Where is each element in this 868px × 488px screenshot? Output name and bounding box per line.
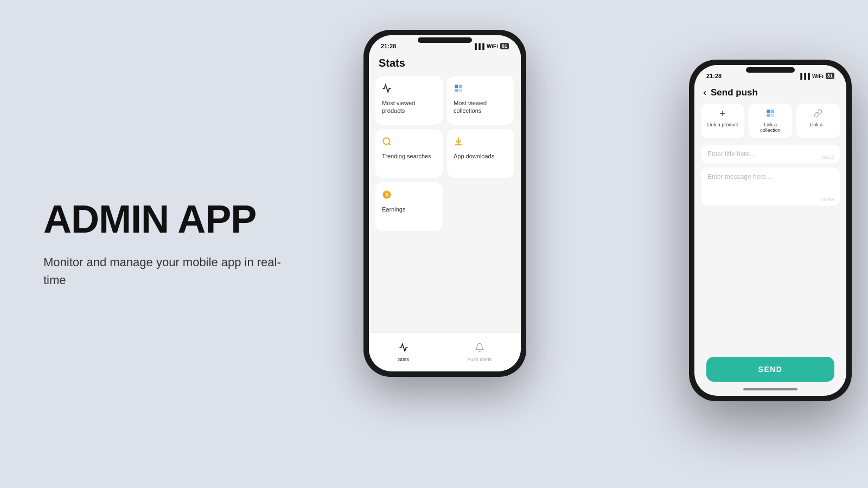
stats-grid: Most viewed products Most viewed collect… xyxy=(369,76,521,231)
svg-rect-2 xyxy=(455,89,458,92)
back-arrow-icon[interactable]: ‹ xyxy=(703,87,706,98)
stat-card-collections[interactable]: Most viewed collections xyxy=(447,76,514,125)
title-input-area[interactable]: Enter title here... 0/255 xyxy=(701,145,840,163)
download-icon xyxy=(454,137,508,149)
stat-label-products: Most viewed products xyxy=(382,99,436,115)
stat-label-downloads: App downloads xyxy=(454,152,508,160)
title-char-count: 0/255 xyxy=(822,155,834,160)
stats-header: Stats xyxy=(369,53,521,76)
stat-card-viewed-products[interactable]: Most viewed products xyxy=(375,76,443,125)
push-signal-icon: ▐▐▐ xyxy=(799,73,810,79)
stats-screen: 21:28 ▐▐▐ WiFi 81 Stats xyxy=(369,35,521,371)
message-char-count: 0/255 xyxy=(822,197,834,202)
svg-rect-0 xyxy=(455,85,458,88)
status-icons: ▐▐▐ WiFi 81 xyxy=(473,43,509,49)
link-collection-label: Link a collection xyxy=(754,122,787,133)
phone-stats: 21:28 ▐▐▐ WiFi 81 Stats xyxy=(363,30,526,377)
link-other-label: Link a... xyxy=(802,122,834,127)
stat-label-collections: Most viewed collections xyxy=(454,99,508,115)
page-title: ADMIN APP xyxy=(43,199,293,240)
title-placeholder: Enter title here... xyxy=(707,150,833,158)
svg-point-4 xyxy=(383,138,390,144)
stat-card-downloads[interactable]: App downloads xyxy=(447,129,514,178)
message-placeholder: Enter message here... xyxy=(707,173,833,181)
link-collection-icon xyxy=(754,109,787,120)
signal-icon: ▐▐▐ xyxy=(473,43,484,49)
stat-card-earnings[interactable]: $ Earnings xyxy=(375,182,443,231)
svg-line-5 xyxy=(388,143,390,145)
svg-rect-12 xyxy=(767,114,770,117)
svg-rect-1 xyxy=(459,85,462,88)
battery-icon: 81 xyxy=(500,43,509,49)
message-input-area[interactable]: Enter message here... 0/255 xyxy=(701,168,840,206)
nav-stats-label: Stats xyxy=(398,357,410,362)
phones-section: 21:28 ▐▐▐ WiFi 81 Stats xyxy=(336,0,868,488)
link-other-card[interactable]: Link a... xyxy=(796,104,840,138)
page-subtitle: Monitor and manage your mobile app in re… xyxy=(43,253,293,289)
svg-rect-11 xyxy=(771,110,774,113)
link-cards-row: Link a product Link a collection xyxy=(701,104,840,138)
chart-icon xyxy=(382,84,436,96)
stat-label-trending: Trending searches xyxy=(382,152,436,160)
notch-bar xyxy=(418,37,472,43)
push-screen-title: Send push xyxy=(711,87,758,98)
svg-rect-3 xyxy=(459,89,462,92)
push-status-icons: ▐▐▐ WiFi 81 xyxy=(799,73,834,79)
push-content: Link a product Link a collection xyxy=(694,104,846,210)
send-button-label: SEND xyxy=(758,365,783,374)
earnings-icon: $ xyxy=(382,190,436,202)
link-other-icon xyxy=(802,109,834,120)
push-nav-icon xyxy=(475,343,484,355)
phone-push: 21:28 ▐▐▐ WiFi 81 ‹ Send push xyxy=(689,60,852,401)
collection-icon xyxy=(454,84,508,96)
wifi-icon: WiFi xyxy=(487,43,498,49)
stat-label-earnings: Earnings xyxy=(382,206,436,213)
send-button[interactable]: SEND xyxy=(706,357,834,382)
link-collection-card[interactable]: Link a collection xyxy=(749,104,792,138)
nav-push[interactable]: Push alerts xyxy=(467,343,492,362)
link-product-label: Link a product xyxy=(706,122,739,127)
stat-card-trending[interactable]: Trending searches xyxy=(375,129,443,178)
push-wifi-icon: WiFi xyxy=(812,73,824,79)
status-time: 21:28 xyxy=(381,43,396,49)
stats-nav-icon xyxy=(399,343,409,355)
push-status-time: 21:28 xyxy=(706,73,722,79)
push-battery-icon: 81 xyxy=(826,73,834,79)
home-indicator xyxy=(743,388,797,390)
nav-stats[interactable]: Stats xyxy=(398,343,410,362)
front-notch xyxy=(746,67,795,73)
svg-rect-13 xyxy=(771,114,774,117)
stats-content: Stats Most viewed products xyxy=(369,53,521,366)
push-screen: 21:28 ▐▐▐ WiFi 81 ‹ Send push xyxy=(694,65,846,396)
svg-text:$: $ xyxy=(385,192,388,197)
bottom-nav: Stats Push alerts xyxy=(369,332,521,371)
search-icon xyxy=(382,137,436,149)
push-header: ‹ Send push xyxy=(694,82,846,104)
left-section: ADMIN APP Monitor and manage your mobile… xyxy=(0,199,336,289)
svg-rect-10 xyxy=(767,110,770,113)
link-product-icon xyxy=(706,109,739,120)
link-product-card[interactable]: Link a product xyxy=(701,104,744,138)
nav-push-label: Push alerts xyxy=(467,357,492,362)
